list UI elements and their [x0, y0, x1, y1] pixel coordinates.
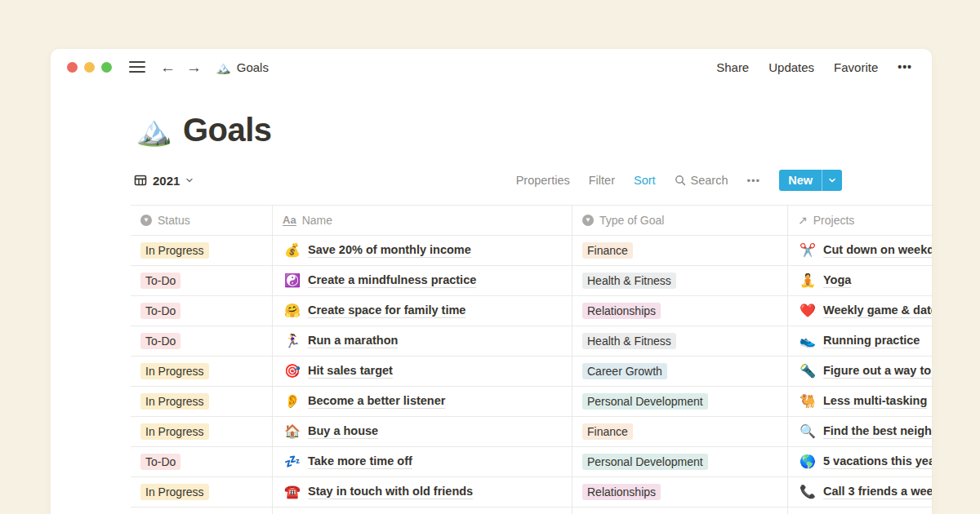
filter-button[interactable]: Filter — [589, 174, 615, 187]
type-of-goal-cell[interactable]: Personal Development — [572, 387, 788, 416]
type-badge[interactable]: Personal Development — [582, 454, 708, 470]
status-cell[interactable]: To-Do — [131, 296, 273, 326]
projects-cell[interactable]: 🔍 Find the best neighb — [788, 417, 932, 446]
status-badge[interactable]: In Progress — [140, 484, 209, 500]
table-row[interactable]: To-Do 💤 Take more time off Personal Deve… — [131, 447, 932, 477]
project-title-link[interactable]: Yoga — [823, 273, 851, 288]
table-row[interactable]: To-Do ☯️ Create a mindfulness practice H… — [131, 266, 932, 296]
type-badge[interactable]: Career Growth — [582, 363, 667, 379]
back-arrow-icon[interactable]: ← — [160, 60, 176, 75]
projects-cell[interactable]: 🧘 Yoga — [788, 266, 932, 295]
type-badge[interactable]: Finance — [582, 423, 633, 440]
goal-title-link[interactable]: Create a mindfulness practice — [308, 273, 476, 288]
table-row[interactable]: In Progress 🎯 Hit sales target Career Gr… — [131, 357, 932, 387]
status-cell[interactable]: To-Do — [131, 266, 273, 295]
minimize-window-button[interactable] — [84, 62, 95, 73]
status-cell[interactable]: In Progress — [131, 477, 273, 507]
project-title-link[interactable]: Figure out a way to c — [823, 364, 932, 379]
status-badge[interactable]: To-Do — [140, 303, 180, 319]
table-row[interactable]: In Progress 🏠 Buy a house Finance 🔍 Find… — [131, 417, 932, 447]
name-cell[interactable]: 🎯 Hit sales target — [273, 357, 572, 386]
name-cell[interactable]: 💤 Take more time off — [273, 447, 572, 476]
status-badge[interactable]: To-Do — [140, 333, 180, 349]
goal-title-link[interactable]: Save 20% of monthly income — [308, 243, 471, 258]
type-badge[interactable]: Relationships — [582, 484, 661, 500]
status-cell[interactable]: To-Do — [131, 447, 273, 476]
project-title-link[interactable]: Call 3 friends a wee — [823, 485, 932, 499]
forward-arrow-icon[interactable]: → — [186, 60, 202, 75]
type-badge[interactable]: Personal Development — [582, 393, 708, 410]
table-row[interactable]: To-Do 🏃‍♀️ Run a marathon Health & Fitne… — [131, 326, 932, 357]
table-row[interactable]: In Progress 👂 Become a better listener P… — [131, 387, 932, 417]
column-header-projects[interactable]: ↗ Projects — [788, 206, 932, 235]
type-of-goal-cell[interactable]: Finance — [572, 236, 788, 265]
type-badge[interactable]: Health & Fitness — [582, 273, 676, 289]
name-cell[interactable]: ☎️ Stay in touch with old friends — [273, 477, 572, 507]
goal-title-link[interactable]: Stay in touch with old friends — [308, 485, 473, 499]
project-title-link[interactable]: Weekly game & date — [823, 304, 932, 318]
projects-cell[interactable]: 🌎 5 vacations this yea — [788, 447, 932, 476]
table-row[interactable]: To-Do 🤗 Create space for family time Rel… — [131, 296, 932, 326]
new-button-chevron-down-icon[interactable] — [822, 170, 842, 191]
status-badge[interactable]: To-Do — [140, 273, 180, 289]
status-badge[interactable]: In Progress — [140, 423, 209, 440]
project-title-link[interactable]: Find the best neighb — [823, 424, 932, 439]
type-badge[interactable]: Finance — [582, 242, 633, 259]
projects-cell[interactable]: 🔦 Figure out a way to c — [788, 357, 932, 386]
share-button[interactable]: Share — [716, 60, 749, 74]
projects-cell[interactable]: ❤️ Weekly game & date — [788, 296, 932, 326]
updates-button[interactable]: Updates — [768, 60, 814, 74]
type-of-goal-cell[interactable]: Personal Development — [572, 447, 788, 476]
status-cell[interactable]: In Progress — [131, 417, 273, 446]
search-button[interactable]: Search — [675, 174, 728, 187]
breadcrumb[interactable]: 🏔️ Goals — [216, 60, 269, 74]
zoom-window-button[interactable] — [101, 62, 112, 73]
view-switcher[interactable]: 2021 — [134, 174, 194, 188]
goal-title-link[interactable]: Hit sales target — [308, 364, 393, 379]
name-cell[interactable]: 👂 Become a better listener — [273, 387, 572, 416]
goal-title-link[interactable]: Run a marathon — [308, 334, 398, 348]
status-badge[interactable]: To-Do — [140, 454, 180, 470]
type-of-goal-cell[interactable]: Health & Fitness — [572, 266, 788, 295]
column-header-name[interactable]: Aa Name — [273, 206, 572, 235]
name-cell[interactable]: ☯️ Create a mindfulness practice — [273, 266, 572, 295]
favorite-button[interactable]: Favorite — [834, 60, 878, 74]
sort-button[interactable]: Sort — [634, 174, 656, 187]
projects-cell[interactable]: 🐫 Less multi-tasking — [788, 387, 932, 416]
name-cell[interactable]: 🏠 Buy a house — [273, 417, 572, 446]
column-header-status[interactable]: ▼ Status — [131, 206, 273, 235]
page-mountain-emoji-icon[interactable]: 🏔️ — [136, 116, 172, 145]
close-window-button[interactable] — [67, 62, 78, 73]
column-header-type-of-goal[interactable]: ▼ Type of Goal — [572, 206, 788, 235]
status-badge[interactable]: In Progress — [140, 393, 209, 410]
goal-title-link[interactable]: Take more time off — [308, 454, 412, 469]
name-cell[interactable]: 🏃‍♀️ Run a marathon — [273, 326, 572, 356]
type-of-goal-cell[interactable]: Health & Fitness — [572, 326, 788, 356]
type-of-goal-cell[interactable]: Relationships — [572, 477, 788, 507]
projects-cell[interactable]: 👟 Running practice — [788, 326, 932, 356]
more-options-icon[interactable]: ••• — [898, 60, 912, 73]
table-row[interactable]: In Progress 💰 Save 20% of monthly income… — [131, 236, 932, 266]
type-of-goal-cell[interactable]: Finance — [572, 417, 788, 446]
table-row[interactable]: In Progress ☎️ Stay in touch with old fr… — [131, 477, 932, 507]
goal-title-link[interactable]: Create space for family time — [308, 304, 466, 318]
status-badge[interactable]: In Progress — [140, 242, 209, 259]
projects-cell[interactable]: ✂️ Cut down on weekd — [788, 236, 932, 265]
project-title-link[interactable]: 5 vacations this yea — [823, 454, 932, 469]
goal-title-link[interactable]: Become a better listener — [308, 394, 445, 409]
status-cell[interactable]: In Progress — [131, 357, 273, 386]
goal-title-link[interactable]: Buy a house — [308, 424, 378, 439]
type-of-goal-cell[interactable]: Career Growth — [572, 357, 788, 386]
projects-cell[interactable]: 📞 Call 3 friends a wee — [788, 477, 932, 507]
table-empty-row[interactable] — [131, 507, 932, 514]
status-badge[interactable]: In Progress — [140, 363, 209, 379]
project-title-link[interactable]: Less multi-tasking — [823, 394, 927, 409]
sidebar-menu-icon[interactable] — [129, 61, 145, 73]
status-cell[interactable]: In Progress — [131, 236, 273, 265]
type-badge[interactable]: Health & Fitness — [582, 333, 676, 349]
status-cell[interactable]: In Progress — [131, 387, 273, 416]
name-cell[interactable]: 🤗 Create space for family time — [273, 296, 572, 326]
project-title-link[interactable]: Cut down on weekd — [823, 243, 932, 258]
project-title-link[interactable]: Running practice — [823, 334, 920, 348]
properties-button[interactable]: Properties — [516, 174, 570, 187]
